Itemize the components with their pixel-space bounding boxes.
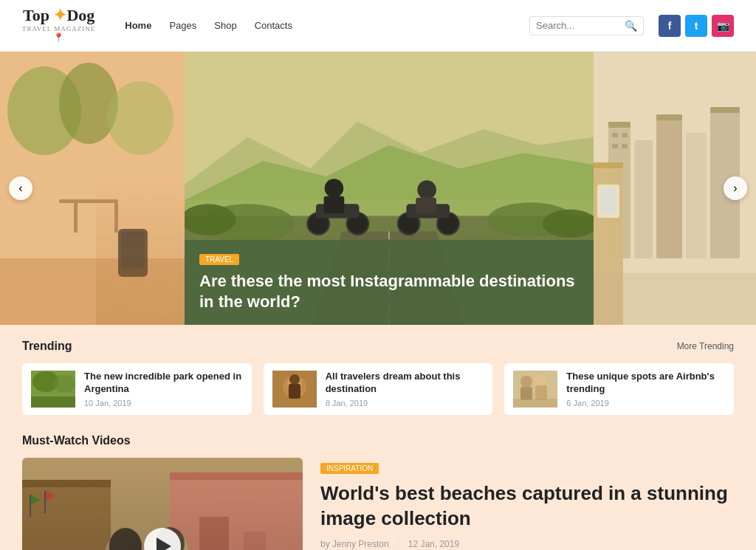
svg-rect-40 <box>608 122 630 128</box>
logo-tagline: travel magazine <box>22 25 95 32</box>
svg-point-59 <box>289 374 300 385</box>
trending-card-info: These unique spots are Airbnb's trending… <box>566 371 725 408</box>
svg-rect-37 <box>656 118 682 258</box>
svg-point-64 <box>535 374 547 386</box>
video-author: by Jenny Preston <box>320 539 389 549</box>
trending-thumb-1 <box>31 371 75 408</box>
slider-next-button[interactable]: › <box>724 176 747 200</box>
nav-shop[interactable]: Shop <box>214 20 236 31</box>
trending-card: These unique spots are Airbnb's trending… <box>504 363 734 415</box>
trending-card-date: 8 Jan, 2019 <box>326 399 484 408</box>
search-button[interactable]: 🔍 <box>625 20 637 32</box>
svg-rect-66 <box>513 399 557 408</box>
videos-content: Inspiration World's best beaches capture… <box>22 458 734 550</box>
svg-rect-65 <box>535 385 547 400</box>
svg-rect-51 <box>594 273 756 325</box>
header: Top ✦Dog travel magazine 📍 Home Pages Sh… <box>0 0 756 52</box>
svg-point-54 <box>53 375 75 393</box>
videos-section: Must-Watch Videos <box>0 427 756 550</box>
slider-prev-button[interactable]: ‹ <box>9 176 32 200</box>
slide-center: Travel Are these the most Instagrammable… <box>185 52 594 325</box>
instagram-button[interactable]: 📷 <box>712 15 734 37</box>
svg-point-62 <box>520 376 532 388</box>
slide-tag: Travel <box>199 254 239 265</box>
more-trending-link[interactable]: More Trending <box>677 341 734 351</box>
trending-card: The new incredible park opened in Argent… <box>22 363 252 415</box>
svg-rect-63 <box>520 387 532 400</box>
video-title: World's best beaches captured in a stunn… <box>320 481 734 532</box>
slide-title: Are these the most Instagrammable destin… <box>199 271 579 313</box>
svg-rect-41 <box>656 114 682 120</box>
video-overlay <box>22 458 303 550</box>
trending-card-title: All travelers dream about this destinati… <box>326 371 484 396</box>
logo: Top ✦Dog travel magazine 📍 <box>22 7 95 44</box>
videos-section-title: Must-Watch Videos <box>22 434 734 447</box>
video-date: 12 Jan, 2019 <box>408 539 459 549</box>
logo-pin-icon: 📍 <box>53 32 64 44</box>
logo-text: Top ✦Dog <box>23 7 94 24</box>
trending-thumb-2 <box>272 371 317 408</box>
video-tag: Inspiration <box>320 463 379 474</box>
svg-rect-60 <box>289 384 300 399</box>
svg-rect-43 <box>612 133 618 137</box>
nav-contacts[interactable]: Contacts <box>255 20 292 31</box>
facebook-button[interactable]: f <box>659 15 681 37</box>
trending-card-info: The new incredible park opened in Argent… <box>84 371 243 408</box>
trending-section: Trending More Trending The new incredibl… <box>0 325 756 427</box>
trending-cards: The new incredible park opened in Argent… <box>22 363 734 415</box>
main-nav: Home Pages Shop Contacts <box>125 20 515 31</box>
nav-home[interactable]: Home <box>125 20 151 31</box>
nav-pages[interactable]: Pages <box>169 20 196 31</box>
svg-rect-48 <box>594 162 623 168</box>
video-meta: by Jenny Preston / 12 Jan, 2019 <box>320 539 734 549</box>
social-icons: f t 📷 <box>659 15 734 37</box>
svg-rect-36 <box>634 140 653 258</box>
hero-slider: Travel Are these the most Instagrammable… <box>0 52 756 325</box>
trending-card-title: The new incredible park opened in Argent… <box>84 371 243 396</box>
svg-rect-44 <box>622 133 628 137</box>
search-box: 🔍 <box>529 16 644 35</box>
trending-thumb-3 <box>513 371 557 408</box>
video-info: Inspiration World's best beaches capture… <box>320 458 734 550</box>
play-icon <box>157 537 171 550</box>
svg-rect-45 <box>612 144 618 148</box>
svg-rect-42 <box>710 107 740 113</box>
search-input[interactable] <box>536 20 625 31</box>
trending-header: Trending More Trending <box>22 340 734 353</box>
trending-title: Trending <box>22 340 72 353</box>
svg-rect-46 <box>622 144 628 148</box>
trending-card-date: 6 Jan, 2019 <box>566 399 725 408</box>
trending-card-title: These unique spots are Airbnb's trending <box>566 371 725 396</box>
trending-card-date: 10 Jan, 2019 <box>84 399 243 408</box>
svg-rect-50 <box>601 188 616 214</box>
twitter-button[interactable]: t <box>685 15 707 37</box>
svg-rect-55 <box>31 396 75 408</box>
slide-caption: Travel Are these the most Instagrammable… <box>185 240 594 325</box>
play-button[interactable] <box>144 528 181 550</box>
svg-rect-38 <box>686 133 707 258</box>
trending-card-info: All travelers dream about this destinati… <box>326 371 484 408</box>
trending-card: All travelers dream about this destinati… <box>264 363 493 415</box>
video-thumbnail <box>22 458 303 550</box>
